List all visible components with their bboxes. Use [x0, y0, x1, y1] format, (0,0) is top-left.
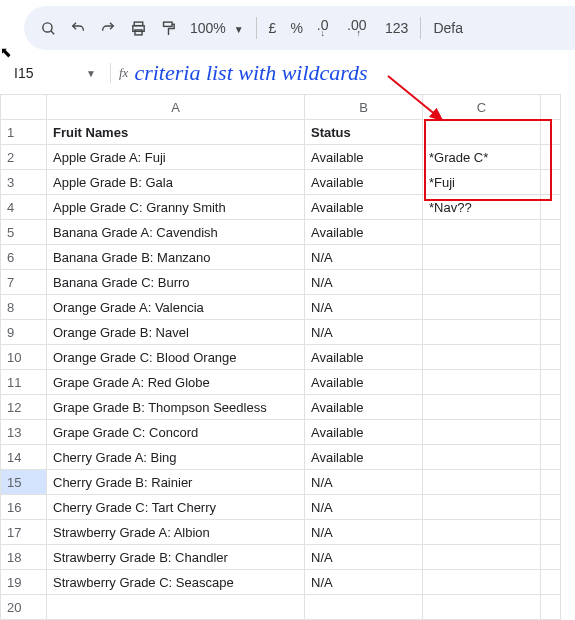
column-header-row[interactable]: A B C: [1, 95, 561, 120]
cell[interactable]: Cherry Grade B: Rainier: [47, 470, 305, 495]
row-header[interactable]: 13: [1, 420, 47, 445]
cell[interactable]: [423, 470, 541, 495]
row-header[interactable]: 4: [1, 195, 47, 220]
cell[interactable]: [541, 320, 561, 345]
cell[interactable]: [541, 445, 561, 470]
cell[interactable]: [423, 420, 541, 445]
cell[interactable]: [541, 345, 561, 370]
row-header[interactable]: 15: [1, 470, 47, 495]
cell[interactable]: N/A: [305, 470, 423, 495]
column-header-A[interactable]: A: [47, 95, 305, 120]
cell[interactable]: Apple Grade C: Granny Smith: [47, 195, 305, 220]
cell[interactable]: Strawberry Grade A: Albion: [47, 520, 305, 545]
table-row[interactable]: 9Orange Grade B: NavelN/A: [1, 320, 561, 345]
cell[interactable]: N/A: [305, 495, 423, 520]
paint-format-icon[interactable]: [154, 14, 182, 42]
table-row[interactable]: 6Banana Grade B: ManzanoN/A: [1, 245, 561, 270]
cell[interactable]: [423, 370, 541, 395]
table-row[interactable]: 11Grape Grade A: Red GlobeAvailable: [1, 370, 561, 395]
redo-icon[interactable]: [94, 14, 122, 42]
spreadsheet-grid[interactable]: A B C 1Fruit NamesStatus2Apple Grade A: …: [0, 94, 575, 620]
row-header[interactable]: 18: [1, 545, 47, 570]
print-icon[interactable]: [124, 14, 152, 42]
cell[interactable]: [423, 495, 541, 520]
table-row[interactable]: 20: [1, 595, 561, 620]
cell[interactable]: [541, 520, 561, 545]
cell[interactable]: Strawberry Grade C: Seascape: [47, 570, 305, 595]
table-row[interactable]: 4Apple Grade C: Granny SmithAvailable*Na…: [1, 195, 561, 220]
cell[interactable]: [423, 570, 541, 595]
cell[interactable]: *Nav??: [423, 195, 541, 220]
cell[interactable]: N/A: [305, 320, 423, 345]
cell[interactable]: [423, 320, 541, 345]
cell[interactable]: Status: [305, 120, 423, 145]
cell[interactable]: Available: [305, 370, 423, 395]
cell[interactable]: Banana Grade C: Burro: [47, 270, 305, 295]
currency-button[interactable]: £: [263, 20, 283, 36]
table-row[interactable]: 16Cherry Grade C: Tart CherryN/A: [1, 495, 561, 520]
undo-icon[interactable]: [64, 14, 92, 42]
cell[interactable]: Orange Grade A: Valencia: [47, 295, 305, 320]
row-header[interactable]: 12: [1, 395, 47, 420]
cell[interactable]: [47, 595, 305, 620]
row-header[interactable]: 7: [1, 270, 47, 295]
search-icon[interactable]: [34, 14, 62, 42]
row-header[interactable]: 9: [1, 320, 47, 345]
cell[interactable]: N/A: [305, 295, 423, 320]
table-row[interactable]: 2Apple Grade A: FujiAvailable*Grade C*: [1, 145, 561, 170]
cell[interactable]: [305, 595, 423, 620]
cell[interactable]: [541, 195, 561, 220]
name-box[interactable]: I15 ▼: [14, 65, 102, 81]
cell[interactable]: [541, 470, 561, 495]
cell[interactable]: Strawberry Grade B: Chandler: [47, 545, 305, 570]
cell[interactable]: [541, 295, 561, 320]
cell[interactable]: Cherry Grade A: Bing: [47, 445, 305, 470]
cell[interactable]: Orange Grade B: Navel: [47, 320, 305, 345]
cell[interactable]: [541, 420, 561, 445]
percent-button[interactable]: %: [284, 20, 308, 36]
cell[interactable]: Grape Grade B: Thompson Seedless: [47, 395, 305, 420]
cell[interactable]: N/A: [305, 570, 423, 595]
row-header[interactable]: 19: [1, 570, 47, 595]
cell[interactable]: [423, 445, 541, 470]
column-header-C[interactable]: C: [423, 95, 541, 120]
cell[interactable]: [541, 395, 561, 420]
row-header[interactable]: 5: [1, 220, 47, 245]
cell[interactable]: [541, 495, 561, 520]
cell[interactable]: Grape Grade A: Red Globe: [47, 370, 305, 395]
cell[interactable]: Orange Grade C: Blood Orange: [47, 345, 305, 370]
cell[interactable]: *Grade C*: [423, 145, 541, 170]
cell[interactable]: Apple Grade A: Fuji: [47, 145, 305, 170]
select-all-cell[interactable]: [1, 95, 47, 120]
cell[interactable]: [423, 220, 541, 245]
cell[interactable]: [423, 120, 541, 145]
cell[interactable]: Banana Grade A: Cavendish: [47, 220, 305, 245]
table-row[interactable]: 10Orange Grade C: Blood OrangeAvailable: [1, 345, 561, 370]
cell[interactable]: [541, 570, 561, 595]
row-header[interactable]: 10: [1, 345, 47, 370]
table-row[interactable]: 18Strawberry Grade B: ChandlerN/A: [1, 545, 561, 570]
row-header[interactable]: 17: [1, 520, 47, 545]
table-row[interactable]: 17Strawberry Grade A: AlbionN/A: [1, 520, 561, 545]
row-header[interactable]: 2: [1, 145, 47, 170]
cell[interactable]: Cherry Grade C: Tart Cherry: [47, 495, 305, 520]
table-row[interactable]: 5Banana Grade A: CavendishAvailable: [1, 220, 561, 245]
row-header[interactable]: 20: [1, 595, 47, 620]
table-row[interactable]: 19Strawberry Grade C: SeascapeN/A: [1, 570, 561, 595]
cell[interactable]: [541, 545, 561, 570]
table-row[interactable]: 14Cherry Grade A: BingAvailable: [1, 445, 561, 470]
table-row[interactable]: 15Cherry Grade B: RainierN/A: [1, 470, 561, 495]
column-header-extra[interactable]: [541, 95, 561, 120]
zoom-dropdown[interactable]: 100% ▼: [184, 20, 250, 36]
cell[interactable]: [541, 120, 561, 145]
cell[interactable]: [423, 520, 541, 545]
cell[interactable]: Available: [305, 145, 423, 170]
table-row[interactable]: 3Apple Grade B: GalaAvailable*Fuji: [1, 170, 561, 195]
increase-decimal-button[interactable]: .00↑: [341, 20, 377, 36]
row-header[interactable]: 16: [1, 495, 47, 520]
cell[interactable]: N/A: [305, 245, 423, 270]
cell[interactable]: Fruit Names: [47, 120, 305, 145]
table-row[interactable]: 1Fruit NamesStatus: [1, 120, 561, 145]
cell[interactable]: Available: [305, 420, 423, 445]
cell[interactable]: N/A: [305, 545, 423, 570]
